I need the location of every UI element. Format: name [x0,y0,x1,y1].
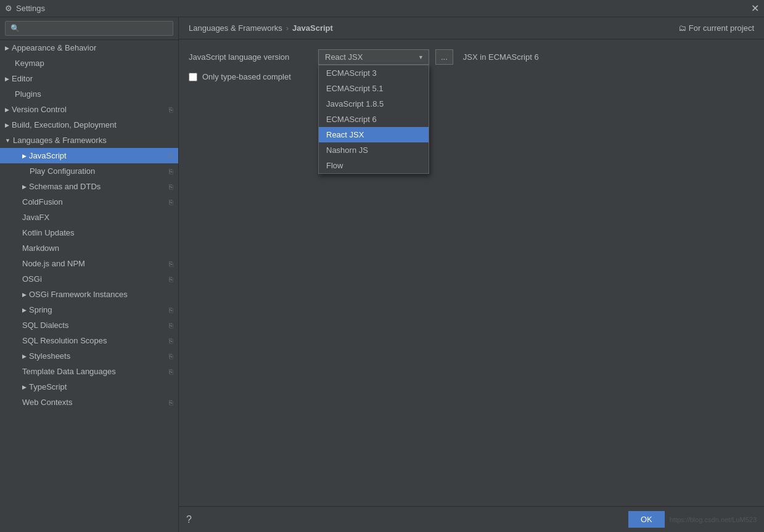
checkbox-label: Only type-based complet [202,72,291,81]
sidebar-item-languages-frameworks[interactable]: ▼Languages & Frameworks [0,133,178,148]
title-bar-left: ⚙ Settings [5,4,45,13]
dropdown-item-js185[interactable]: JavaScript 1.8.5 [319,96,429,112]
project-icon: 🗂 [678,23,686,33]
language-version-row: JavaScript language version React JSX EC… [189,49,754,65]
copy-icon: ⎘ [169,183,173,190]
sidebar-item-label: Keymap [15,59,44,68]
sidebar-item-spring[interactable]: ▶Spring⎘ [0,302,178,317]
nav-list: ▶Appearance & BehaviorKeymap▶EditorPlugi… [0,40,178,410]
copy-icon: ⎘ [169,368,173,375]
sidebar-item-schemas-dtds[interactable]: ▶Schemas and DTDs⎘ [0,179,178,194]
sidebar-item-version-control[interactable]: ▶Version Control⎘ [0,102,178,117]
sidebar-item-plugins[interactable]: Plugins [0,86,178,102]
copy-icon: ⎘ [169,306,173,314]
dropdown-item-ecma51[interactable]: ECMAScript 5.1 [319,81,429,96]
dropdown-item-ecma6[interactable]: ECMAScript 6 [319,112,429,127]
sidebar-item-label: Plugins [15,89,41,99]
sidebar-item-label: JavaScript [29,151,67,160]
sidebar-item-kotlin-updates[interactable]: Kotlin Updates [0,225,178,240]
arrow-icon: ▶ [22,153,27,159]
sidebar-item-label: Build, Execution, Deployment [12,120,117,129]
sidebar: ▶Appearance & BehaviorKeymap▶EditorPlugi… [0,17,179,532]
arrow-icon: ▶ [22,184,27,190]
sidebar-item-osgi[interactable]: OSGi⎘ [0,271,178,287]
copy-icon: ⎘ [169,399,173,406]
sidebar-item-nodejs-npm[interactable]: Node.js and NPM⎘ [0,256,178,271]
sidebar-item-typescript[interactable]: ▶TypeScript [0,379,178,395]
arrow-icon: ▶ [5,122,9,128]
copy-icon: ⎘ [169,260,173,268]
copy-icon: ⎘ [169,198,173,206]
breadcrumb-separator: › [286,23,289,33]
sidebar-item-label: Languages & Frameworks [13,136,107,145]
title-bar: ⚙ Settings ✕ [0,0,764,17]
sidebar-item-label: SQL Resolution Scopes [22,336,107,345]
copy-icon: ⎘ [169,106,173,113]
sidebar-item-label: OSGi [22,274,42,284]
sidebar-item-label: SQL Dialects [22,321,68,330]
selected-version-text: React JSX [325,52,363,62]
copy-icon: ⎘ [169,353,173,360]
arrow-icon: ▶ [22,384,27,390]
sidebar-item-label: ColdFusion [22,197,63,207]
search-bar [0,17,178,40]
sidebar-item-label: Version Control [12,105,67,114]
dropdown-item-flow[interactable]: Flow [319,158,429,173]
sidebar-item-sql-resolution[interactable]: SQL Resolution Scopes⎘ [0,333,178,348]
sidebar-item-label: Appearance & Behavior [12,43,96,52]
ellipsis-button[interactable]: ... [435,49,453,65]
sidebar-item-label: Template Data Languages [22,367,116,376]
sidebar-item-label: Stylesheets [29,351,70,361]
sidebar-item-label: Play Configuration [30,166,95,176]
help-icon[interactable]: ? [186,514,192,525]
sidebar-item-javafx[interactable]: JavaFX [0,210,178,225]
bottom-bar: ? OK https://blog.csdn.net/LuM523 [179,506,764,532]
arrow-icon: ▶ [5,107,9,113]
search-input[interactable] [5,21,173,36]
arrow-icon: ▼ [5,137,10,144]
sidebar-item-sql-dialects[interactable]: SQL Dialects⎘ [0,317,178,333]
sidebar-item-template-data[interactable]: Template Data Languages⎘ [0,364,178,379]
arrow-icon: ▶ [22,292,27,298]
close-button[interactable]: ✕ [751,4,759,14]
sidebar-item-coldfusion[interactable]: ColdFusion⎘ [0,194,178,210]
for-project-button[interactable]: 🗂 For current project [678,23,754,33]
ok-button[interactable]: OK [628,511,665,528]
sidebar-item-label: Schemas and DTDs [29,182,101,191]
sidebar-item-label: Editor [12,74,33,83]
sidebar-item-osgi-framework[interactable]: ▶OSGi Framework Instances [0,287,178,302]
sidebar-item-web-contexts[interactable]: Web Contexts⎘ [0,395,178,410]
sidebar-item-stylesheets[interactable]: ▶Stylesheets⎘ [0,348,178,364]
sidebar-item-label: OSGi Framework Instances [29,290,128,299]
arrow-icon: ▶ [5,45,9,51]
sidebar-item-keymap[interactable]: Keymap [0,55,178,71]
sidebar-item-build-execution[interactable]: ▶Build, Execution, Deployment [0,117,178,133]
title-text: Settings [16,4,45,13]
sidebar-item-label: Node.js and NPM [22,259,85,268]
dropdown-item-reactjsx[interactable]: React JSX [319,127,429,142]
sidebar-item-editor[interactable]: ▶Editor [0,71,178,86]
sidebar-item-label: Kotlin Updates [22,228,75,237]
bottom-right: OK https://blog.csdn.net/LuM523 [628,511,757,528]
watermark: https://blog.csdn.net/LuM523 [670,516,757,523]
copy-icon: ⎘ [169,322,173,329]
settings-panel: JavaScript language version React JSX EC… [179,39,764,506]
dropdown-item-nashornjs[interactable]: Nashorn JS [319,142,429,158]
sidebar-item-label: JavaFX [22,213,49,222]
breadcrumb-current: JavaScript [292,23,333,33]
language-version-dropdown[interactable]: React JSX [318,49,429,65]
type-based-completion-checkbox[interactable] [189,73,197,81]
jsx-info: JSX in ECMAScript 6 [463,52,539,62]
sidebar-item-play-configuration[interactable]: Play Configuration⎘ [0,163,178,179]
arrow-icon: ▶ [22,353,27,359]
sidebar-item-javascript[interactable]: ▶JavaScript⎘ [0,148,178,163]
for-project-label: For current project [689,23,754,33]
sidebar-item-appearance[interactable]: ▶Appearance & Behavior [0,40,178,55]
checkbox-row: Only type-based complet [189,72,754,81]
dropdown-item-ecma3[interactable]: ECMAScript 3 [319,65,429,81]
arrow-icon: ▶ [22,307,27,313]
sidebar-item-label: Markdown [22,243,59,253]
sidebar-item-markdown[interactable]: Markdown [0,240,178,256]
breadcrumb-parent[interactable]: Languages & Frameworks [189,23,282,33]
sidebar-item-label: Spring [29,305,52,314]
